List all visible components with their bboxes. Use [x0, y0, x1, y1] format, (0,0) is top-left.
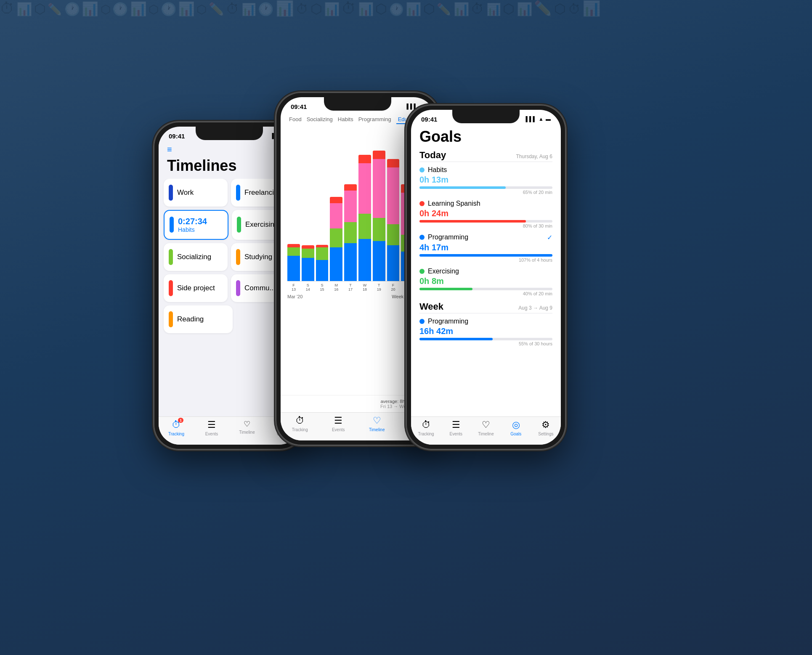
goal-spanish-header: Learning Spanish: [419, 200, 552, 207]
time-middle: 09:41: [291, 103, 307, 110]
progress-habits-bg: [419, 186, 552, 189]
card-habits[interactable]: 0:27:34 Habits: [164, 210, 228, 240]
progress-prog-bg: [419, 254, 552, 257]
today-date: Thursday, Aug 6: [516, 154, 553, 159]
stacked-t19: [373, 151, 385, 281]
tab-socializing[interactable]: Socializing: [305, 115, 334, 124]
dot-reading: [169, 311, 173, 327]
week-date: Aug 3 → Aug 9: [518, 305, 552, 311]
tracking-label-r: Tracking: [418, 432, 434, 436]
stacked-s14: [302, 245, 314, 281]
seg-pink-t17: [344, 191, 357, 222]
timelines-title: Timelines: [167, 157, 292, 175]
tab-timeline-right[interactable]: ♡ Timeline: [471, 419, 501, 436]
goal-week-programming: Programming 16h 42m 55% of 30 hours: [419, 318, 552, 346]
progress-spanish-fill: [419, 220, 526, 223]
habits-info: 0:27:34 Habits: [178, 217, 207, 233]
habits-label: Habits: [178, 226, 207, 233]
dot-week-programming: [419, 319, 425, 324]
date-m16: M16: [330, 283, 342, 292]
progress-exercise-fill: [419, 288, 472, 290]
tracking-icon-m: ⏱: [295, 415, 305, 426]
goal-spanish: Learning Spanish 0h 24m 80% of 30 min: [419, 200, 552, 228]
seg-green-m16: [330, 228, 342, 247]
card-socializing[interactable]: Socializing: [164, 243, 228, 271]
progress-spanish-bg: [419, 220, 552, 223]
goals-title: Goals: [419, 128, 552, 146]
status-icons-right: ▌▌▌ ▲ ▬: [526, 116, 551, 122]
tab-timeline-middle[interactable]: ♡ Timeline: [358, 415, 396, 432]
tab-events-middle[interactable]: ☰ Events: [319, 415, 358, 432]
dot-socializing: [169, 249, 173, 265]
week-divider: [419, 313, 552, 313]
tab-food[interactable]: Food: [287, 115, 303, 124]
card-reading[interactable]: Reading: [164, 305, 233, 333]
tab-habits[interactable]: Habits: [336, 115, 355, 124]
timeline-icon-left: ♡: [244, 419, 250, 429]
tab-tracking-right[interactable]: ⏱ Tracking: [411, 419, 441, 436]
dot-community: [236, 280, 240, 296]
goals-label-r: Goals: [510, 432, 521, 436]
tab-timeline-left[interactable]: ♡ Timeline: [229, 419, 265, 436]
today-section: Today Thursday, Aug 6 Habits 0h 13m: [419, 150, 552, 296]
goal-exercising: Exercising 0h 8m 40% of 20 min: [419, 268, 552, 296]
card-side-project[interactable]: Side project: [164, 274, 228, 302]
events-label-left: Events: [205, 432, 218, 436]
seg-red-f13: [287, 244, 300, 247]
tracking-icon-r: ⏱: [422, 419, 431, 430]
time-right: 09:41: [421, 116, 437, 123]
seg-blue-w18: [358, 239, 371, 281]
battery-icon-r: ▬: [546, 116, 551, 122]
progress-habits-fill: [419, 186, 506, 189]
signal-icon-m: ▌▌▌: [407, 103, 418, 109]
timeline-label-m: Timeline: [369, 427, 385, 432]
tab-tracking-left[interactable]: ⏱ 1 Tracking: [159, 419, 194, 436]
stacked-m16: [330, 197, 342, 281]
seg-red-t17: [344, 184, 357, 191]
menu-icon[interactable]: ≡: [167, 145, 292, 154]
dot-exercising-goal: [419, 269, 425, 274]
date-t19: T19: [373, 283, 385, 292]
seg-blue-f20: [387, 245, 400, 281]
dot-habits-goal: [419, 167, 425, 172]
bar-f20: [387, 159, 400, 281]
date-w18: W18: [358, 283, 371, 292]
seg-red-m16: [330, 197, 342, 203]
goal-exercising-header: Exercising: [419, 268, 552, 275]
dot-habits: [170, 217, 174, 233]
goal-exercising-name: Exercising: [428, 268, 459, 275]
seg-blue-t17: [344, 243, 357, 281]
tab-settings-right[interactable]: ⚙ Settings: [531, 419, 561, 436]
tab-programming[interactable]: Programming: [357, 115, 393, 124]
goal-programming-name: Programming: [428, 233, 468, 241]
tab-events-left[interactable]: ☰ Events: [194, 419, 229, 436]
notch-right: [452, 110, 520, 123]
week-section: Week Aug 3 → Aug 9 Programming 16h 42m: [419, 301, 552, 346]
date-s15: S15: [316, 283, 329, 292]
card-work[interactable]: Work: [164, 179, 228, 207]
goal-habits-name: Habits: [428, 166, 447, 174]
goal-exercising-time: 0h 8m: [419, 276, 552, 286]
bar-w18: [358, 155, 371, 281]
tab-events-right[interactable]: ☰ Events: [441, 419, 471, 436]
tab-goals-right[interactable]: ◎ Goals: [501, 419, 531, 436]
goal-habits-time: 0h 13m: [419, 175, 552, 185]
stacked-f20: [387, 159, 400, 281]
phones-container: 09:41 ▌▌▌ ▲ ≡ Timelines Work: [133, 54, 679, 601]
notch-left: [196, 127, 263, 140]
tab-tracking-middle[interactable]: ⏱ Tracking: [281, 415, 319, 432]
goal-week-prog-name: Programming: [428, 318, 468, 325]
bar-f13: [287, 244, 300, 281]
week-header: Week Aug 3 → Aug 9: [419, 301, 552, 313]
stacked-f13: [287, 244, 300, 281]
seg-blue-s15: [316, 260, 329, 281]
events-icon-m: ☰: [334, 415, 342, 426]
phone-goals: 09:41 ▌▌▌ ▲ ▬ Goals Today Thursday, Aug …: [406, 105, 566, 450]
seg-blue-t19: [373, 241, 385, 281]
events-icon-r: ☰: [452, 419, 460, 430]
timeline-icon-r: ♡: [482, 419, 490, 430]
dot-freelancing: [236, 185, 240, 201]
stacked-t17: [344, 184, 357, 281]
timeline-label-left: Timeline: [239, 430, 255, 435]
seg-pink-w18: [358, 163, 371, 214]
